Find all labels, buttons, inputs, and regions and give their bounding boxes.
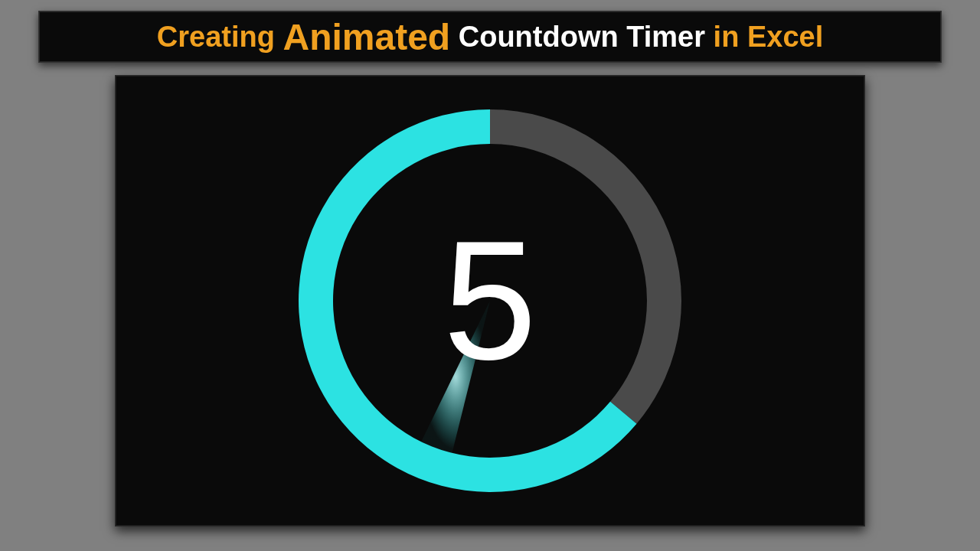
title-part4: in Excel [714,21,824,54]
title-part2: Animated [283,16,450,58]
chart-panel: 5 [115,75,865,527]
title-part3: Countdown Timer [459,21,705,54]
counter-number: 5 [291,102,689,500]
countdown-donut: 5 [291,102,689,500]
title-part1: Creating [157,21,275,54]
title-bar: Creating Animated Countdown Timer in Exc… [38,11,942,63]
